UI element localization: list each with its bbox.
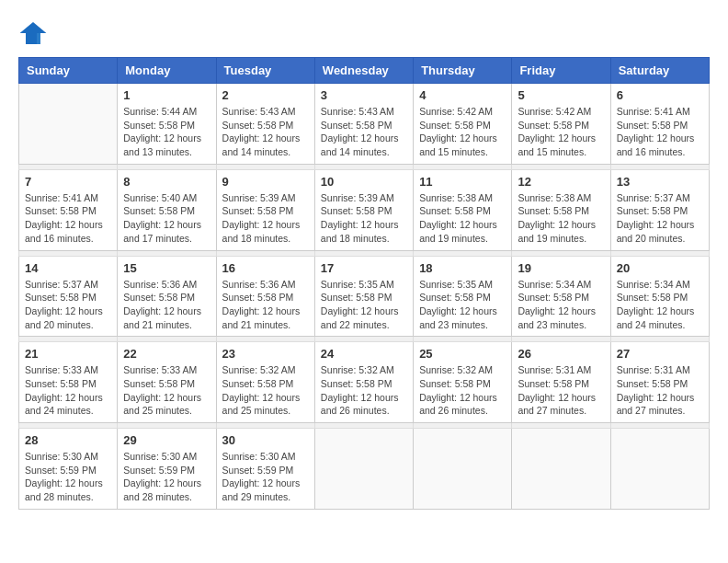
day-info: Sunrise: 5:30 AMSunset: 5:59 PMDaylight:… xyxy=(123,450,210,504)
calendar-header-sunday: Sunday xyxy=(19,58,118,84)
day-number: 22 xyxy=(123,347,210,361)
day-info: Sunrise: 5:38 AMSunset: 5:58 PMDaylight:… xyxy=(419,191,506,246)
day-info: Sunrise: 5:41 AMSunset: 5:58 PMDaylight:… xyxy=(617,105,703,159)
calendar-header-row: SundayMondayTuesdayWednesdayThursdayFrid… xyxy=(19,58,710,84)
logo-icon xyxy=(18,18,48,48)
calendar-cell: 4Sunrise: 5:42 AMSunset: 5:58 PMDaylight… xyxy=(414,84,512,165)
calendar-cell: 7Sunrise: 5:41 AMSunset: 5:58 PMDaylight… xyxy=(19,169,118,250)
calendar-cell: 2Sunrise: 5:43 AMSunset: 5:58 PMDaylight… xyxy=(216,84,314,165)
day-number: 29 xyxy=(123,433,210,447)
calendar-cell: 16Sunrise: 5:36 AMSunset: 5:58 PMDayligh… xyxy=(216,256,314,337)
day-number: 23 xyxy=(222,347,309,361)
day-info: Sunrise: 5:37 AMSunset: 5:58 PMDaylight:… xyxy=(617,191,703,246)
day-number: 27 xyxy=(617,347,703,361)
calendar-cell: 8Sunrise: 5:40 AMSunset: 5:58 PMDaylight… xyxy=(118,169,216,250)
logo xyxy=(18,18,51,48)
day-info: Sunrise: 5:33 AMSunset: 5:58 PMDaylight:… xyxy=(25,363,111,418)
calendar-cell: 27Sunrise: 5:31 AMSunset: 5:58 PMDayligh… xyxy=(610,342,709,423)
day-number: 14 xyxy=(25,261,111,275)
day-info: Sunrise: 5:34 AMSunset: 5:58 PMDaylight:… xyxy=(617,278,703,332)
day-info: Sunrise: 5:30 AMSunset: 5:59 PMDaylight:… xyxy=(222,450,309,504)
calendar-cell: 1Sunrise: 5:44 AMSunset: 5:58 PMDaylight… xyxy=(118,84,216,165)
calendar-cell xyxy=(314,429,413,510)
calendar-cell: 5Sunrise: 5:42 AMSunset: 5:58 PMDaylight… xyxy=(512,84,610,165)
day-info: Sunrise: 5:40 AMSunset: 5:58 PMDaylight:… xyxy=(123,191,210,246)
day-info: Sunrise: 5:39 AMSunset: 5:58 PMDaylight:… xyxy=(222,191,309,246)
calendar-cell xyxy=(610,429,709,510)
day-number: 16 xyxy=(222,261,309,275)
calendar-cell: 6Sunrise: 5:41 AMSunset: 5:58 PMDaylight… xyxy=(610,84,709,165)
day-number: 10 xyxy=(321,175,407,189)
day-number: 21 xyxy=(25,347,111,361)
calendar-cell xyxy=(19,84,118,165)
day-number: 30 xyxy=(222,433,309,447)
day-info: Sunrise: 5:31 AMSunset: 5:58 PMDaylight:… xyxy=(518,363,604,418)
calendar-cell: 18Sunrise: 5:35 AMSunset: 5:58 PMDayligh… xyxy=(414,256,512,337)
day-number: 18 xyxy=(419,261,506,275)
calendar-header-saturday: Saturday xyxy=(610,58,709,84)
calendar-cell xyxy=(414,429,512,510)
calendar-cell: 25Sunrise: 5:32 AMSunset: 5:58 PMDayligh… xyxy=(414,342,512,423)
day-number: 19 xyxy=(518,261,604,275)
day-info: Sunrise: 5:35 AMSunset: 5:58 PMDaylight:… xyxy=(321,278,407,332)
day-number: 26 xyxy=(518,347,604,361)
calendar-cell: 21Sunrise: 5:33 AMSunset: 5:58 PMDayligh… xyxy=(19,342,118,423)
day-info: Sunrise: 5:43 AMSunset: 5:58 PMDaylight:… xyxy=(222,105,309,159)
day-number: 20 xyxy=(617,261,703,275)
day-info: Sunrise: 5:30 AMSunset: 5:59 PMDaylight:… xyxy=(25,450,111,504)
calendar-header-wednesday: Wednesday xyxy=(314,58,413,84)
day-number: 1 xyxy=(123,88,210,102)
calendar-cell: 24Sunrise: 5:32 AMSunset: 5:58 PMDayligh… xyxy=(314,342,413,423)
calendar-cell: 29Sunrise: 5:30 AMSunset: 5:59 PMDayligh… xyxy=(118,429,216,510)
day-info: Sunrise: 5:42 AMSunset: 5:58 PMDaylight:… xyxy=(419,105,506,159)
calendar-header-thursday: Thursday xyxy=(414,58,512,84)
calendar-cell: 15Sunrise: 5:36 AMSunset: 5:58 PMDayligh… xyxy=(118,256,216,337)
calendar-cell: 26Sunrise: 5:31 AMSunset: 5:58 PMDayligh… xyxy=(512,342,610,423)
calendar-cell: 19Sunrise: 5:34 AMSunset: 5:58 PMDayligh… xyxy=(512,256,610,337)
day-number: 17 xyxy=(321,261,407,275)
calendar-cell: 12Sunrise: 5:38 AMSunset: 5:58 PMDayligh… xyxy=(512,169,610,250)
calendar-week-3: 14Sunrise: 5:37 AMSunset: 5:58 PMDayligh… xyxy=(19,256,710,337)
day-number: 5 xyxy=(518,88,604,102)
day-number: 28 xyxy=(25,433,111,447)
calendar-table: SundayMondayTuesdayWednesdayThursdayFrid… xyxy=(18,57,710,510)
day-number: 6 xyxy=(617,88,703,102)
calendar-week-4: 21Sunrise: 5:33 AMSunset: 5:58 PMDayligh… xyxy=(19,342,710,423)
day-number: 2 xyxy=(222,88,309,102)
calendar-header-monday: Monday xyxy=(118,58,216,84)
calendar-week-2: 7Sunrise: 5:41 AMSunset: 5:58 PMDaylight… xyxy=(19,169,710,250)
day-info: Sunrise: 5:32 AMSunset: 5:58 PMDaylight:… xyxy=(419,363,506,418)
calendar-cell: 30Sunrise: 5:30 AMSunset: 5:59 PMDayligh… xyxy=(216,429,314,510)
calendar-header-tuesday: Tuesday xyxy=(216,58,314,84)
day-info: Sunrise: 5:32 AMSunset: 5:58 PMDaylight:… xyxy=(222,363,309,418)
day-number: 25 xyxy=(419,347,506,361)
day-number: 15 xyxy=(123,261,210,275)
day-number: 13 xyxy=(617,175,703,189)
day-number: 3 xyxy=(321,88,407,102)
calendar-cell: 17Sunrise: 5:35 AMSunset: 5:58 PMDayligh… xyxy=(314,256,413,337)
day-info: Sunrise: 5:36 AMSunset: 5:58 PMDaylight:… xyxy=(222,278,309,332)
day-info: Sunrise: 5:37 AMSunset: 5:58 PMDaylight:… xyxy=(25,278,111,332)
calendar-cell xyxy=(512,429,610,510)
calendar-week-5: 28Sunrise: 5:30 AMSunset: 5:59 PMDayligh… xyxy=(19,429,710,510)
day-info: Sunrise: 5:36 AMSunset: 5:58 PMDaylight:… xyxy=(123,278,210,332)
day-info: Sunrise: 5:33 AMSunset: 5:58 PMDaylight:… xyxy=(123,363,210,418)
day-info: Sunrise: 5:38 AMSunset: 5:58 PMDaylight:… xyxy=(518,191,604,246)
day-info: Sunrise: 5:42 AMSunset: 5:58 PMDaylight:… xyxy=(518,105,604,159)
day-number: 9 xyxy=(222,175,309,189)
calendar-cell: 3Sunrise: 5:43 AMSunset: 5:58 PMDaylight… xyxy=(314,84,413,165)
day-info: Sunrise: 5:35 AMSunset: 5:58 PMDaylight:… xyxy=(419,278,506,332)
page-header xyxy=(18,18,710,48)
calendar-cell: 22Sunrise: 5:33 AMSunset: 5:58 PMDayligh… xyxy=(118,342,216,423)
calendar-cell: 13Sunrise: 5:37 AMSunset: 5:58 PMDayligh… xyxy=(610,169,709,250)
calendar-header-friday: Friday xyxy=(512,58,610,84)
calendar-cell: 28Sunrise: 5:30 AMSunset: 5:59 PMDayligh… xyxy=(19,429,118,510)
calendar-cell: 9Sunrise: 5:39 AMSunset: 5:58 PMDaylight… xyxy=(216,169,314,250)
svg-marker-0 xyxy=(20,22,47,44)
calendar-cell: 20Sunrise: 5:34 AMSunset: 5:58 PMDayligh… xyxy=(610,256,709,337)
day-info: Sunrise: 5:41 AMSunset: 5:58 PMDaylight:… xyxy=(25,191,111,246)
day-info: Sunrise: 5:39 AMSunset: 5:58 PMDaylight:… xyxy=(321,191,407,246)
calendar-cell: 11Sunrise: 5:38 AMSunset: 5:58 PMDayligh… xyxy=(414,169,512,250)
day-info: Sunrise: 5:32 AMSunset: 5:58 PMDaylight:… xyxy=(321,363,407,418)
day-number: 7 xyxy=(25,175,111,189)
